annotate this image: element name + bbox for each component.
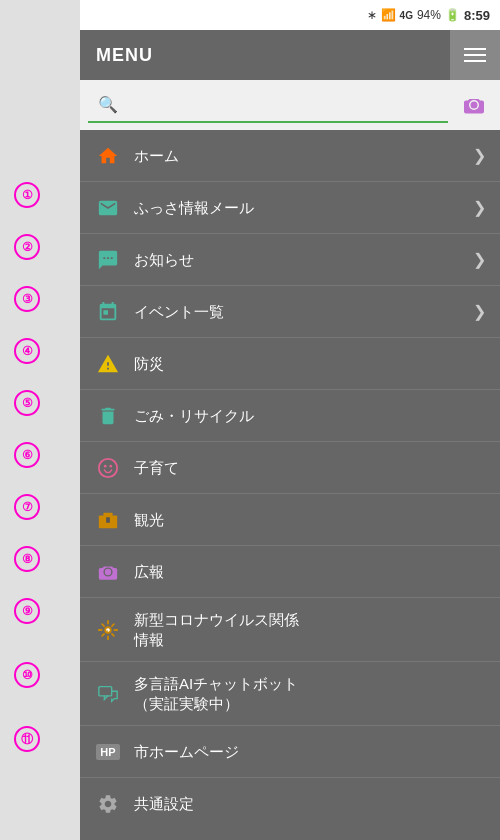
warning-icon [94,350,122,378]
menu-item-events-label: イベント一覧 [134,302,473,322]
menu-item-tourism[interactable]: 観光 [80,494,500,546]
menu-item-mail[interactable]: ふっさ情報メール ❯ [80,182,500,234]
menu-item-childcare[interactable]: 子育て [80,442,500,494]
menu-item-corona[interactable]: ! 新型コロナウイルス関係情報 [80,598,500,662]
home-icon [94,142,122,170]
menu-item-homepage[interactable]: HP 市ホームページ [80,726,500,778]
svg-point-1 [104,464,107,467]
hp-icon: HP [94,738,122,766]
mail-icon [94,194,122,222]
menu-item-multilang[interactable]: 多言語AIチャットボット（実証実験中） [80,662,500,726]
hamburger-icon [464,48,486,62]
svg-rect-9 [99,686,112,695]
gear-icon [94,790,122,818]
menu-item-home[interactable]: ホーム ❯ [80,130,500,182]
svg-rect-5 [106,517,110,523]
menu-item-settings[interactable]: 共通設定 [80,778,500,830]
menu-item-mail-label: ふっさ情報メール [134,198,473,218]
menu-item-news-label: お知らせ [134,250,473,270]
menu-item-mail-arrow: ❯ [473,198,486,217]
svg-point-2 [109,464,112,467]
time-display: 8:59 [464,8,490,23]
circle-num-4: ④ [14,338,40,364]
menu-header: MENU [80,30,500,80]
menu-item-garbage[interactable]: ごみ・リサイクル [80,390,500,442]
circle-num-9: ⑨ [14,598,40,624]
circle-num-5: ⑤ [14,390,40,416]
circle-num-6: ⑥ [14,442,40,468]
menu-item-home-label: ホーム [134,146,473,166]
menu-item-events-arrow: ❯ [473,302,486,321]
circle-num-3: ③ [14,286,40,312]
trash-icon [94,402,122,430]
circle-num-8: ⑧ [14,546,40,572]
chat-icon [94,246,122,274]
menu-item-corona-label: 新型コロナウイルス関係情報 [134,610,486,649]
corona-icon: ! [94,616,122,644]
camera-button[interactable] [452,83,496,127]
hamburger-button[interactable] [450,30,500,80]
menu-item-disaster-label: 防災 [134,354,486,374]
network-icon: 4G [400,10,413,21]
menu-item-garbage-label: ごみ・リサイクル [134,406,486,426]
search-icon: 🔍 [98,95,118,114]
battery-icon: 🔋 [445,8,460,22]
svg-text:!: ! [106,628,108,634]
status-bar: ∗ 📶 4G 94% 🔋 8:59 [80,0,500,30]
svg-rect-4 [103,512,112,516]
svg-point-0 [99,458,117,476]
multilang-icon [94,680,122,708]
menu-item-pr-label: 広報 [134,562,486,582]
calendar-icon [94,298,122,326]
top-actions-bar: 🔍 [80,80,500,130]
circle-num-11: ⑪ [14,726,40,752]
battery-percent: 94% [417,8,441,22]
menu-item-homepage-label: 市ホームページ [134,742,486,762]
menu-item-home-arrow: ❯ [473,146,486,165]
search-box[interactable]: 🔍 [88,87,448,123]
main-panel: MENU 🔍 ホーム ❯ [80,0,500,840]
pr-camera-icon [94,558,122,586]
menu-title: MENU [80,45,450,66]
menu-item-childcare-label: 子育て [134,458,486,478]
menu-item-settings-label: 共通設定 [134,794,486,814]
wifi-icon: 📶 [381,8,396,22]
menu-item-news[interactable]: お知らせ ❯ [80,234,500,286]
bluetooth-icon: ∗ [367,8,377,22]
menu-item-disaster[interactable]: 防災 [80,338,500,390]
menu-item-news-arrow: ❯ [473,250,486,269]
menu-item-tourism-label: 観光 [134,510,486,530]
menu-item-pr[interactable]: 広報 [80,546,500,598]
camera-icon [462,93,486,117]
circle-num-2: ② [14,234,40,260]
circle-num-7: ⑦ [14,494,40,520]
child-icon [94,454,122,482]
circle-num-1: ① [14,182,40,208]
menu-item-multilang-label: 多言語AIチャットボット（実証実験中） [134,674,486,713]
circle-num-10: ⑩ [14,662,40,688]
tourism-icon [94,506,122,534]
menu-item-events[interactable]: イベント一覧 ❯ [80,286,500,338]
menu-list: ホーム ❯ ふっさ情報メール ❯ お知らせ ❯ イベント一覧 ❯ [80,130,500,840]
